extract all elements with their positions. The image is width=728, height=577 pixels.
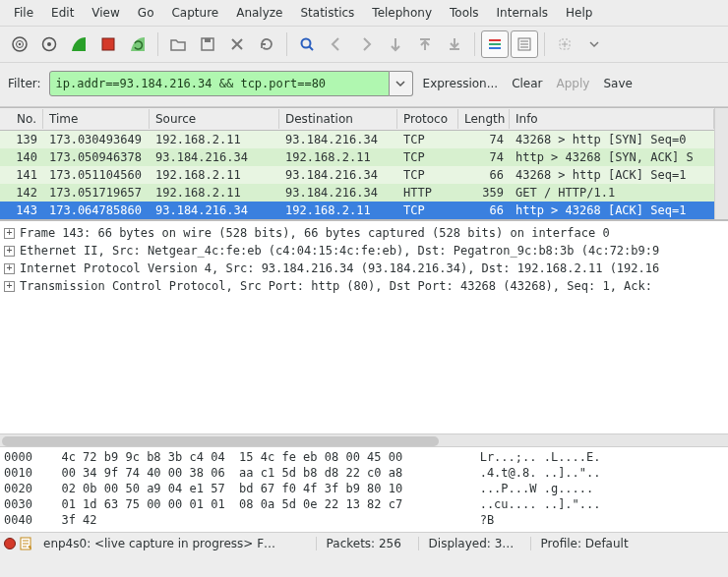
go-forward-button[interactable]	[352, 30, 380, 58]
packet-row[interactable]: 140173.05094637893.184.216.34192.168.2.1…	[0, 148, 714, 166]
save-icon	[199, 35, 216, 53]
open-button[interactable]	[164, 30, 192, 58]
colorize-button[interactable]	[481, 30, 509, 58]
expand-icon[interactable]: +	[4, 281, 15, 292]
filter-save-button[interactable]: Save	[599, 75, 636, 92]
expert-info-icon[interactable]	[4, 538, 16, 549]
menu-go[interactable]: Go	[130, 3, 162, 23]
col-header-time[interactable]: Time	[43, 109, 150, 129]
vertical-scrollbar[interactable]	[714, 108, 728, 219]
menu-view[interactable]: View	[84, 3, 127, 23]
cell-no: 142	[0, 185, 43, 201]
capture-options-button[interactable]	[35, 30, 63, 58]
svg-point-4	[47, 42, 51, 46]
chevron-down-icon	[588, 38, 600, 50]
hex-row[interactable]: 0020 02 0b 00 50 a9 04 e1 57 bd 67 f0 4f…	[4, 482, 724, 497]
tree-node-frame[interactable]: + Frame 143: 66 bytes on wire (528 bits)…	[4, 224, 724, 242]
cell-proto: TCP	[397, 149, 458, 165]
chevron-down-icon	[395, 79, 405, 88]
toolbar-separator	[157, 32, 158, 56]
hex-ascii: .4.t@.8. ..].."..	[458, 466, 601, 480]
tree-node-label: Internet Protocol Version 4, Src: 93.184…	[20, 261, 659, 275]
col-header-length[interactable]: Length	[458, 109, 510, 129]
col-header-info[interactable]: Info	[510, 109, 714, 129]
hex-row[interactable]: 0000 4c 72 b9 9c b8 3b c4 04 15 4c fe eb…	[4, 450, 724, 466]
hex-row[interactable]: 0040 3f 42 ?B	[4, 513, 724, 529]
cell-len: 66	[458, 167, 510, 183]
details-horizontal-scrollbar[interactable]	[0, 433, 728, 447]
cell-proto: HTTP	[397, 185, 458, 201]
capture-comment-icon[interactable]	[20, 537, 33, 550]
menu-tools[interactable]: Tools	[442, 3, 487, 23]
tree-node-ethernet[interactable]: + Ethernet II, Src: Netgear_4c:fe:eb (c4…	[4, 242, 724, 260]
goto-packet-button[interactable]	[382, 30, 409, 58]
svg-rect-10	[489, 43, 501, 45]
hex-row[interactable]: 0030 01 1d 63 75 00 00 01 01 08 0a 5d 0e…	[4, 497, 724, 513]
last-packet-button[interactable]	[441, 30, 468, 58]
packet-list-header: No. Time Source Destination Protoco Leng…	[0, 108, 714, 131]
menu-edit[interactable]: Edit	[43, 3, 82, 23]
first-packet-button[interactable]	[411, 30, 439, 58]
cell-time: 173.030493649	[43, 132, 150, 147]
main-toolbar	[0, 27, 728, 63]
cell-no: 139	[0, 132, 43, 147]
auto-scroll-button[interactable]	[511, 30, 538, 58]
col-header-protocol[interactable]: Protoco	[397, 109, 458, 129]
cell-len: 359	[458, 185, 510, 201]
zoom-button[interactable]	[551, 30, 578, 58]
col-header-destination[interactable]: Destination	[279, 109, 397, 129]
packet-row[interactable]: 141173.051104560192.168.2.1193.184.216.3…	[0, 166, 714, 184]
save-button[interactable]	[194, 30, 221, 58]
packet-row[interactable]: 143173.06478586093.184.216.34192.168.2.1…	[0, 202, 714, 219]
close-button[interactable]	[223, 30, 251, 58]
menu-help[interactable]: Help	[558, 3, 600, 23]
expand-icon[interactable]: +	[4, 263, 15, 274]
menu-statistics[interactable]: Statistics	[292, 3, 362, 23]
reload-button[interactable]	[253, 30, 280, 58]
stop-capture-button[interactable]	[94, 30, 122, 58]
zoom-dropdown-button[interactable]	[580, 30, 608, 58]
expand-icon[interactable]: +	[4, 246, 15, 257]
packet-row[interactable]: 139173.030493649192.168.2.1193.184.216.3…	[0, 131, 714, 148]
status-profile[interactable]: Profile: Default	[535, 537, 724, 550]
cell-info: 43268 > http [SYN] Seq=0	[510, 132, 714, 147]
scrollbar-thumb[interactable]	[2, 436, 439, 446]
cell-no: 141	[0, 167, 43, 183]
gear-icon	[40, 35, 58, 53]
col-header-source[interactable]: Source	[150, 109, 279, 129]
go-back-button[interactable]	[323, 30, 350, 58]
filter-clear-button[interactable]: Clear	[508, 75, 546, 92]
menu-file[interactable]: File	[6, 3, 41, 23]
menu-capture[interactable]: Capture	[163, 3, 226, 23]
restart-capture-button[interactable]	[124, 30, 152, 58]
tree-node-ip[interactable]: + Internet Protocol Version 4, Src: 93.1…	[4, 260, 724, 277]
cell-dst: 93.184.216.34	[279, 185, 397, 201]
cell-src: 192.168.2.11	[150, 132, 279, 147]
svg-point-2	[19, 43, 21, 45]
filter-history-dropdown[interactable]	[390, 71, 413, 96]
toolbar-separator	[286, 32, 287, 56]
filter-apply-button[interactable]: Apply	[553, 75, 594, 92]
menu-internals[interactable]: Internals	[489, 3, 557, 23]
start-capture-button[interactable]	[65, 30, 92, 58]
menu-analyze[interactable]: Analyze	[228, 3, 290, 23]
cell-dst: 93.184.216.34	[279, 167, 397, 183]
col-header-no[interactable]: No.	[0, 109, 43, 129]
filter-input[interactable]	[49, 71, 390, 96]
hex-row[interactable]: 0010 00 34 9f 74 40 00 38 06 aa c1 5d b8…	[4, 466, 724, 482]
tree-node-tcp[interactable]: + Transmission Control Protocol, Src Por…	[4, 277, 724, 295]
interfaces-button[interactable]	[6, 30, 33, 58]
cell-no: 140	[0, 149, 43, 165]
fin-start-icon	[70, 35, 88, 53]
find-button[interactable]	[293, 30, 321, 58]
hex-bytes: 4c 72 b9 9c b8 3b c4 04 15 4c fe eb 08 0…	[47, 450, 458, 464]
filter-expression-button[interactable]: Expression...	[419, 75, 503, 92]
menu-telephony[interactable]: Telephony	[364, 3, 440, 23]
expand-icon[interactable]: +	[4, 228, 15, 239]
menu-bar: File Edit View Go Capture Analyze Statis…	[0, 0, 728, 27]
packet-row[interactable]: 142173.051719657192.168.2.1193.184.216.3…	[0, 184, 714, 202]
svg-rect-7	[205, 38, 211, 42]
cell-proto: TCP	[397, 132, 458, 147]
cell-info: 43268 > http [ACK] Seq=1	[510, 167, 714, 183]
toolbar-separator	[544, 32, 545, 56]
